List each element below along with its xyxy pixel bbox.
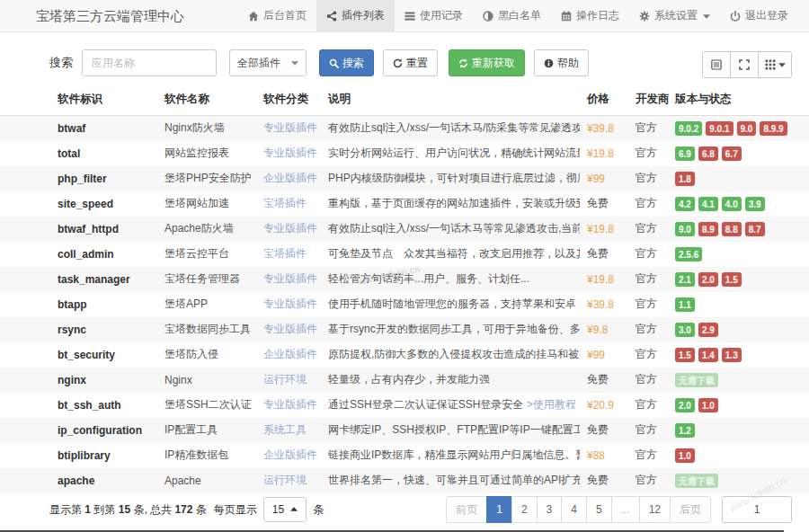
category-link[interactable]: 运行环境 [263, 373, 307, 386]
column-header: 开发商 [628, 84, 668, 116]
page-button[interactable]: 5 [586, 496, 612, 523]
page-button[interactable]: 4 [561, 496, 587, 523]
nav-item-settings[interactable]: 系统设置 [629, 0, 720, 31]
version-badge[interactable]: 6.8 [698, 146, 718, 161]
table-header-row: 软件标识软件名称软件分类说明价格开发商版本与状态 [0, 84, 809, 116]
version-badge[interactable]: 1.8 [675, 172, 695, 186]
cell-developer: 官方 [628, 217, 668, 242]
prev-page-button[interactable]: 前页 [446, 496, 487, 523]
version-badge[interactable]: 1.5 [722, 272, 742, 287]
nav-item-home[interactable]: 后台首页 [238, 0, 316, 31]
category-link[interactable]: 企业版插件 [263, 348, 317, 360]
version-badge[interactable]: 1.0 [698, 398, 718, 412]
nav-item-logs[interactable]: 操作日志 [551, 0, 629, 31]
cell-software-id: php_filter [0, 166, 157, 191]
next-page-button[interactable]: 后页 [670, 496, 711, 523]
version-badge[interactable]: 2.1 [675, 272, 695, 287]
cell-price: ¥19.8 [580, 267, 628, 292]
fullscreen-button[interactable] [730, 51, 759, 78]
version-badge[interactable]: 4.2 [675, 197, 695, 211]
description-link[interactable]: >使用教程 [527, 398, 576, 411]
help-button[interactable]: 帮助 [534, 49, 589, 76]
category-link[interactable]: 运行环境 [263, 474, 307, 486]
table-body: btwafNginx防火墙专业版插件有效防止sql注入/xss/一句话木马/防采… [0, 116, 809, 493]
nav-item-blacklist[interactable]: 黑白名单 [473, 0, 551, 31]
version-badge[interactable]: 2.9 [698, 323, 718, 337]
category-select[interactable]: 全部插件 [229, 49, 307, 76]
version-badge[interactable]: 2.0 [675, 398, 695, 412]
version-badge[interactable]: 9.0.2 [675, 121, 702, 136]
category-link[interactable]: 专业版插件 [263, 146, 317, 159]
version-badge: 无需下载 [675, 373, 718, 387]
category-link[interactable]: 专业版插件 [263, 272, 317, 285]
search-toolbar: 搜索 全部插件 搜索 重置 重新获取 帮助 [49, 49, 809, 76]
category-link[interactable]: 企业版插件 [263, 448, 317, 461]
version-badge[interactable]: 9.0.1 [706, 121, 733, 136]
version-badge[interactable]: 2.5.6 [675, 247, 702, 262]
version-badge[interactable]: 8.7 [745, 222, 765, 236]
cell-developer: 官方 [628, 368, 668, 393]
cell-description: 有效防止sql注入/xss/一句话木马等常见渗透攻击,当前仅... [321, 217, 580, 242]
nav-item-records[interactable]: 使用记录 [395, 0, 473, 31]
version-badge[interactable]: 6.7 [722, 146, 742, 161]
columns-icon [765, 59, 776, 70]
table-row: btiplibraryIP精准数据包企业版插件链接商业IP数据库，精准显示网站用… [0, 443, 809, 468]
version-badge[interactable]: 8.9 [698, 222, 718, 236]
contrast-icon [483, 11, 493, 22]
table-row: nginxNginx运行环境轻量级，占有内存少，并发能力强免费官方无需下载 [0, 368, 809, 393]
category-link[interactable]: 专业版插件 [263, 222, 317, 235]
version-badge[interactable]: 1.3 [722, 348, 742, 362]
version-badge[interactable]: 6.9 [675, 146, 695, 161]
search-input[interactable] [82, 49, 217, 76]
cell-developer: 官方 [628, 317, 668, 342]
category-link[interactable]: 专业版插件 [263, 121, 317, 134]
category-link[interactable]: 宝塔插件 [263, 197, 307, 209]
version-badge[interactable]: 9.0 [737, 121, 757, 136]
cell-developer: 官方 [628, 116, 668, 141]
cell-software-id: coll_admin [0, 242, 157, 267]
refetch-button[interactable]: 重新获取 [449, 49, 525, 76]
version-badge[interactable]: 1.0 [675, 448, 695, 463]
category-link[interactable]: 专业版插件 [263, 323, 317, 335]
cell-software-name: 堡塔SSH二次认证 [157, 393, 256, 418]
version-badge[interactable]: 1.4 [698, 348, 718, 362]
page-button[interactable]: 1 [486, 496, 512, 523]
version-badge[interactable]: 4.0 [722, 197, 742, 211]
toggle-view-button[interactable] [702, 51, 731, 78]
category-link[interactable]: 企业版插件 [263, 172, 317, 184]
version-badge[interactable]: 1.2 [675, 423, 695, 438]
nav-item-plugins[interactable]: 插件列表 [316, 0, 395, 31]
page-size-select[interactable]: 15 [263, 497, 307, 522]
category-link[interactable]: 宝塔插件 [263, 247, 307, 260]
category-link[interactable]: 专业版插件 [263, 398, 317, 411]
nav-item-logout[interactable]: 退出登录 [720, 0, 798, 31]
version-badge[interactable]: 3.9 [745, 197, 765, 211]
page-button[interactable]: 2 [511, 496, 538, 523]
category-link[interactable]: 专业版插件 [263, 297, 317, 310]
version-badge[interactable]: 2.0 [698, 272, 718, 287]
columns-button[interactable] [758, 51, 792, 78]
refresh-icon [458, 58, 468, 68]
reset-button[interactable]: 重置 [383, 49, 438, 76]
version-badge[interactable]: 8.9.9 [760, 121, 787, 136]
cell-software-name: Apache防火墙 [157, 217, 256, 242]
version-badge[interactable]: 4.1 [698, 197, 718, 211]
cell-category: 专业版插件 [256, 217, 321, 242]
cell-software-id: btapp [0, 292, 157, 317]
version-badge[interactable]: 1.1 [675, 297, 695, 312]
version-badge[interactable]: 8.8 [722, 222, 742, 236]
category-link[interactable]: 系统工具 [263, 423, 307, 436]
page-button[interactable]: 3 [537, 496, 563, 523]
cell-software-id: btwaf [0, 116, 157, 141]
version-badge[interactable]: 3.0 [675, 323, 695, 337]
page-button[interactable]: 12 [639, 496, 671, 523]
plugin-table-wrap: 软件标识软件名称软件分类说明价格开发商版本与状态 btwafNginx防火墙专业… [0, 84, 809, 493]
cell-developer: 官方 [628, 468, 668, 493]
version-badge[interactable]: 9.0 [675, 222, 695, 236]
cell-versions: 3.02.9 [668, 317, 809, 342]
version-badge[interactable]: 1.5 [675, 348, 695, 362]
page-jump-input[interactable] [722, 496, 792, 523]
search-button[interactable]: 搜索 [319, 49, 374, 76]
cell-versions: 2.5.6 [668, 242, 809, 267]
cell-price: 免费 [580, 368, 628, 393]
